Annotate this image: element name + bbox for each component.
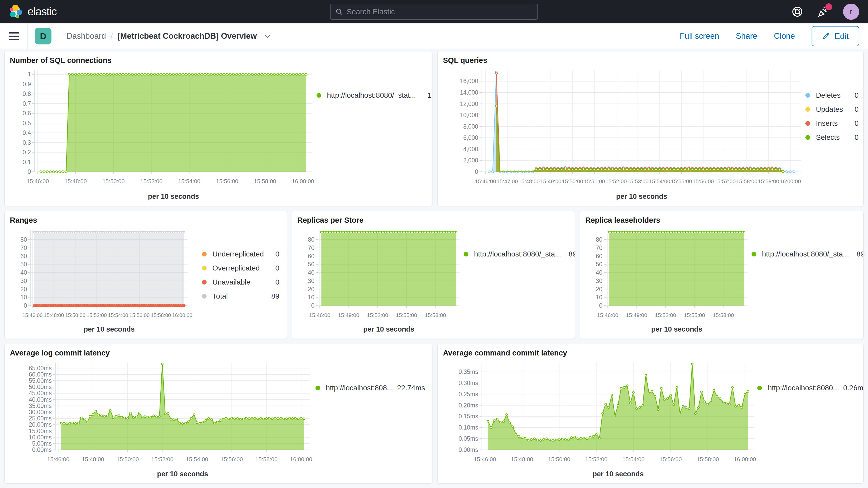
legend-label[interactable]: http://localhost:8080/_stat...: [327, 91, 416, 99]
svg-text:15:54:00: 15:54:00: [649, 178, 671, 184]
chart-log-commit-latency[interactable]: 15:46:0015:48:0015:50:0015:52:0015:54:00…: [10, 359, 314, 481]
dashboard-row-2: Ranges 15:46:0015:48:0015:50:0015:52:001…: [4, 211, 864, 339]
page-title: [Metricbeat CockroachDB] Overview: [118, 31, 257, 41]
panel-title: Replicas per Store: [297, 216, 569, 224]
global-search[interactable]: [330, 4, 538, 20]
legend-label[interactable]: Overreplicated: [212, 264, 264, 272]
svg-text:15:50:00: 15:50:00: [117, 456, 139, 462]
news-icon[interactable]: [817, 5, 830, 18]
svg-text:50: 50: [20, 261, 27, 268]
chart-canvas[interactable]: 15:46:0015:48:0015:50:0015:52:0015:54:00…: [10, 359, 314, 469]
legend-label[interactable]: Unavailable: [212, 278, 264, 286]
dashboard-row-1: Number of SQL connections 15:46:0015:48:…: [4, 51, 864, 206]
breadcrumb-dashboard-link[interactable]: Dashboard: [66, 31, 106, 41]
x-axis-label: per 10 seconds: [318, 325, 460, 333]
svg-text:0.20ms: 0.20ms: [459, 402, 478, 409]
svg-text:15:49:00: 15:49:00: [540, 178, 562, 184]
svg-text:16,000: 16,000: [460, 78, 478, 85]
panel-average-log-commit-latency: Average log commit latency 15:46:0015:48…: [4, 344, 432, 484]
legend-label[interactable]: Underreplicated: [212, 250, 264, 258]
menu-icon[interactable]: [9, 32, 19, 40]
legend-label[interactable]: Deletes: [816, 91, 843, 99]
legend-label[interactable]: Selects: [816, 133, 843, 142]
svg-text:15:58:00: 15:58:00: [151, 312, 171, 318]
edit-button[interactable]: Edit: [812, 26, 859, 46]
svg-text:15:46:00: 15:46:00: [309, 312, 330, 318]
chart-sql-queries[interactable]: 15:46:0015:47:0015:48:0015:49:0015:50:00…: [443, 66, 805, 204]
svg-text:16:00:00: 16:00:00: [292, 178, 314, 184]
svg-text:2,000: 2,000: [463, 157, 478, 164]
dashboard-nav-bar: D Dashboard / [Metricbeat CockroachDB] O…: [0, 23, 868, 49]
legend-swatch: [757, 386, 762, 390]
app-badge-letter: D: [40, 31, 46, 41]
svg-text:0: 0: [599, 302, 602, 309]
svg-text:70: 70: [596, 245, 602, 251]
full-screen-button[interactable]: Full screen: [680, 31, 719, 41]
svg-text:0.8: 0.8: [23, 90, 31, 97]
svg-text:0.4: 0.4: [23, 129, 31, 136]
elastic-logo[interactable]: elastic: [9, 4, 57, 19]
chart-replica-leaseholders[interactable]: 15:46:0015:49:0015:52:0015:55:0015:58:00…: [585, 226, 751, 336]
legend-label[interactable]: Total: [212, 292, 264, 300]
chart-command-commit-latency[interactable]: 15:46:0015:48:0015:50:0015:52:0015:54:00…: [443, 359, 757, 481]
chart-canvas[interactable]: 15:46:0015:49:0015:52:0015:55:0015:58:00…: [297, 226, 464, 325]
edit-button-label: Edit: [835, 31, 849, 41]
legend-swatch: [202, 294, 207, 299]
svg-text:12,000: 12,000: [460, 100, 478, 107]
notification-badge: [826, 3, 832, 10]
svg-text:0: 0: [475, 169, 478, 175]
chart-canvas[interactable]: 15:46:0015:49:0015:52:0015:55:0015:58:00…: [585, 226, 751, 325]
svg-text:8,000: 8,000: [463, 123, 478, 130]
title-chevron-down-icon[interactable]: [264, 32, 271, 40]
svg-text:15:54:00: 15:54:00: [178, 178, 200, 184]
svg-text:10: 10: [20, 294, 27, 301]
chart-sql-connections[interactable]: 15:46:0015:48:0015:50:0015:52:0015:54:00…: [10, 66, 316, 204]
help-icon[interactable]: [791, 5, 804, 18]
svg-text:40: 40: [20, 269, 27, 276]
svg-text:0.1: 0.1: [23, 159, 31, 165]
svg-text:30: 30: [596, 277, 602, 284]
svg-text:20: 20: [308, 286, 314, 293]
svg-text:15:52:00: 15:52:00: [367, 312, 388, 318]
chart-canvas[interactable]: 15:46:0015:48:0015:50:0015:52:0015:54:00…: [443, 359, 757, 469]
legend-label[interactable]: Inserts: [816, 119, 843, 128]
clone-button[interactable]: Clone: [774, 31, 795, 41]
panel-title: Ranges: [10, 216, 281, 224]
panel-title: SQL queries: [443, 56, 858, 65]
chart-canvas[interactable]: 15:46:0015:48:0015:50:0015:52:0015:54:00…: [10, 66, 316, 192]
panel-replica-leaseholders: Replica leaseholders 15:46:0015:49:0015:…: [580, 211, 864, 339]
chart-canvas[interactable]: 15:46:0015:47:0015:48:0015:49:0015:50:00…: [443, 66, 805, 192]
svg-text:1: 1: [28, 71, 31, 78]
legend-label[interactable]: http://localhost:8080...: [768, 384, 839, 392]
legend-value: 0.26ms: [843, 384, 856, 392]
legend-value: 0: [847, 105, 859, 114]
share-button[interactable]: Share: [736, 31, 757, 41]
svg-text:0.35ms: 0.35ms: [459, 368, 478, 375]
svg-text:0.7: 0.7: [23, 100, 31, 107]
panel-replicas-per-store: Replicas per Store 15:46:0015:49:0015:52…: [292, 211, 575, 339]
svg-text:0.00ms: 0.00ms: [32, 447, 52, 453]
chart-legend: http://localhost:808...22.74ms: [315, 384, 427, 392]
chart-replicas-per-store[interactable]: 15:46:0015:49:0015:52:0015:55:0015:58:00…: [297, 226, 464, 336]
avatar[interactable]: r: [843, 4, 859, 20]
svg-text:60: 60: [596, 253, 602, 260]
legend-label[interactable]: http://localhost:8080/_sta...: [474, 250, 561, 258]
chart-canvas[interactable]: 15:46:0015:48:0015:50:0015:52:0015:54:00…: [10, 226, 192, 325]
dashboard-app-badge[interactable]: D: [35, 28, 52, 44]
legend-label[interactable]: http://localhost:8080/_sta...: [762, 250, 849, 258]
svg-text:0: 0: [24, 302, 27, 309]
svg-text:30: 30: [308, 277, 314, 284]
legend-value: 89: [268, 292, 279, 300]
chart-ranges[interactable]: 15:46:0015:48:0015:50:0015:52:0015:54:00…: [10, 226, 192, 336]
legend-value: 0: [847, 119, 859, 128]
svg-text:15:49:00: 15:49:00: [338, 312, 360, 318]
svg-text:80: 80: [20, 236, 27, 243]
panel-title: Replica leaseholders: [585, 216, 858, 224]
search-input[interactable]: [347, 7, 533, 16]
svg-text:15:46:00: 15:46:00: [597, 312, 618, 318]
svg-text:0.2: 0.2: [23, 149, 31, 156]
svg-text:15:58:00: 15:58:00: [254, 178, 276, 184]
brand-name: elastic: [28, 5, 57, 18]
legend-label[interactable]: http://localhost:808...: [326, 384, 393, 392]
legend-label[interactable]: Updates: [816, 105, 843, 114]
